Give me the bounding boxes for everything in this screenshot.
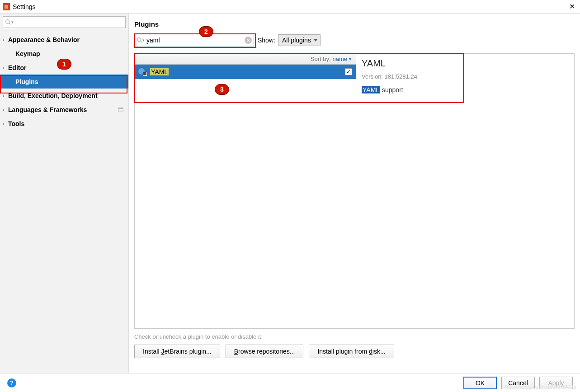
plugin-list: Sort by: name ▼ YAML — [135, 54, 356, 328]
sidebar-item-label: Appearance & Behavior — [8, 36, 80, 43]
install-jetbrains-button[interactable]: Install JetBrains plugin... — [134, 345, 220, 358]
sidebar-item-label: Languages & Frameworks — [8, 106, 87, 113]
plugin-search-input[interactable] — [146, 37, 245, 44]
annotation-badge-2: 2 — [199, 26, 213, 37]
footer-buttons: OK Cancel Apply — [463, 377, 573, 389]
content-panel: Plugins ▾ ✕ Show: All plugins Sort by: n… — [129, 14, 580, 373]
sidebar-item-label: Plugins — [15, 78, 38, 85]
sort-arrow-icon: ▼ — [348, 57, 352, 61]
titlebar: Settings ✕ — [0, 0, 580, 14]
sidebar-item-build[interactable]: ›Build, Execution, Deployment — [0, 89, 128, 103]
plugin-list-area: Sort by: name ▼ YAML YAML Version: 181.5… — [134, 53, 575, 329]
svg-point-4 — [137, 38, 141, 42]
cancel-button[interactable]: Cancel — [501, 377, 535, 389]
show-label: Show: — [258, 37, 275, 44]
main-area: ▾ ›Appearance & Behavior Keymap ›Editor … — [0, 14, 580, 373]
detail-version: Version: 181.5281.24 — [362, 73, 569, 80]
annotation-badge-1: 1 — [57, 59, 71, 70]
plugin-enable-checkbox[interactable] — [345, 68, 352, 75]
sort-label: Sort by: — [311, 56, 331, 62]
sort-row: Sort by: name ▼ — [135, 54, 356, 65]
search-icon — [5, 19, 11, 25]
plugin-actions-row: Install JetBrains plugin... Browse repos… — [134, 345, 575, 358]
browse-repositories-button[interactable]: Browse repositories... — [226, 345, 304, 358]
ok-button[interactable]: OK — [463, 377, 497, 389]
settings-tree: ›Appearance & Behavior Keymap ›Editor Pl… — [0, 31, 128, 131]
dialog-footer: ? OK Cancel Apply — [0, 373, 580, 392]
sidebar-item-label: Tools — [8, 120, 24, 127]
svg-line-1 — [9, 23, 11, 25]
window-title: Settings — [13, 3, 36, 10]
detail-title: YAML — [362, 58, 569, 69]
show-filter-select[interactable]: All plugins — [278, 34, 321, 46]
clear-icon[interactable]: ✕ — [245, 37, 252, 44]
sidebar-item-label: Editor — [8, 64, 26, 71]
sidebar-item-appearance[interactable]: ›Appearance & Behavior — [0, 33, 128, 47]
help-icon[interactable]: ? — [7, 378, 16, 387]
annotation-badge-3: 3 — [215, 84, 229, 95]
chevron-right-icon: › — [3, 107, 4, 112]
sidebar-search-input[interactable]: ▾ — [3, 16, 126, 28]
detail-desc-rest: support — [380, 86, 403, 93]
detail-description: YAML support — [362, 86, 569, 93]
sidebar-item-languages[interactable]: ›Languages & Frameworks — [0, 103, 128, 117]
svg-point-0 — [6, 20, 9, 23]
svg-line-5 — [141, 41, 142, 43]
close-icon[interactable]: ✕ — [566, 1, 577, 12]
install-from-disk-button[interactable]: Install plugin from disk... — [309, 345, 394, 358]
sidebar-item-tools[interactable]: ›Tools — [0, 117, 128, 131]
chevron-right-icon: › — [3, 37, 4, 42]
sidebar-item-label: Build, Execution, Deployment — [8, 92, 98, 99]
sidebar-item-plugins[interactable]: Plugins — [0, 75, 128, 89]
sort-by-link[interactable]: name — [333, 56, 348, 62]
plugin-row-yaml[interactable]: YAML — [135, 65, 356, 79]
apply-button[interactable]: Apply — [539, 377, 573, 389]
plugin-detail: YAML Version: 181.5281.24 YAML support — [356, 54, 574, 328]
show-filter-value: All plugins — [282, 37, 311, 44]
svg-rect-3 — [118, 107, 123, 109]
chevron-down-icon: ▾ — [11, 20, 14, 24]
hint-text: Check or uncheck a plugin to enable or d… — [134, 333, 575, 340]
sidebar-item-label: Keymap — [15, 50, 40, 57]
chevron-right-icon: › — [3, 121, 4, 126]
plugin-search-box[interactable]: ▾ ✕ — [134, 34, 254, 47]
detail-highlight: YAML — [362, 86, 380, 93]
project-scope-icon — [118, 107, 124, 113]
plugin-name: YAML — [150, 68, 169, 75]
app-icon — [3, 3, 10, 10]
chevron-right-icon: › — [3, 65, 4, 70]
chevron-right-icon: › — [3, 93, 4, 98]
search-icon — [137, 37, 143, 43]
plugin-icon — [138, 68, 146, 75]
